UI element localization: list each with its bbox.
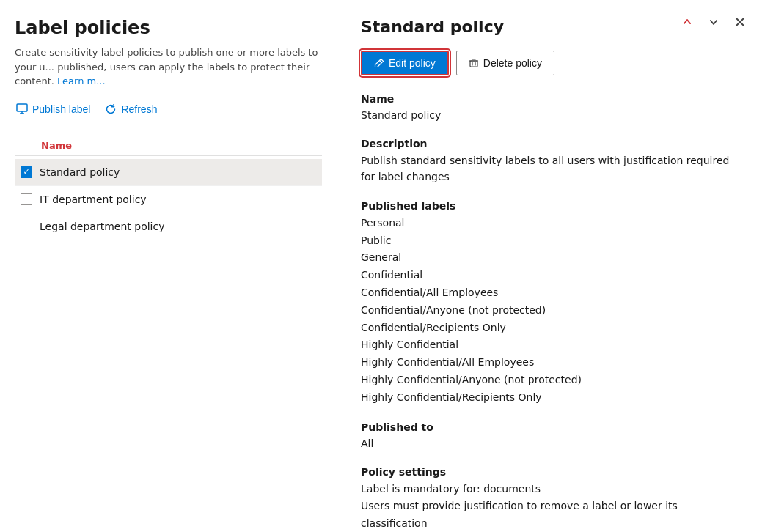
detail-published-to-label: Published to [361, 421, 739, 433]
refresh-icon [105, 103, 117, 115]
delete-button-label: Delete policy [483, 57, 542, 69]
refresh-button[interactable]: Refresh [103, 100, 158, 118]
policy-settings-list: Label is mandatory for: documents Users … [361, 481, 739, 532]
svg-line-5 [380, 61, 382, 63]
edit-icon [374, 58, 384, 68]
policy-item-standard[interactable]: Standard policy [15, 159, 322, 186]
list-item: Personal [361, 215, 739, 232]
detail-published-labels-section: Published labels Personal Public General… [361, 200, 739, 407]
checkbox-it[interactable] [21, 193, 32, 205]
navigate-down-button[interactable] [703, 12, 724, 32]
toolbar: Publish label Refresh [15, 100, 322, 124]
detail-published-to-section: Published to All [361, 421, 739, 451]
detail-published-labels-label: Published labels [361, 200, 739, 212]
list-item: Confidential/Recipients Only [361, 319, 739, 337]
page-title: Label policies [15, 18, 322, 38]
checkbox-legal[interactable] [21, 221, 32, 232]
delete-policy-button[interactable]: Delete policy [456, 51, 554, 75]
svg-rect-6 [470, 61, 477, 67]
policy-name-legal: Legal department policy [40, 221, 164, 232]
detail-description-label: Description [361, 138, 739, 149]
detail-published-to-value: All [361, 436, 739, 451]
policy-name-standard: Standard policy [40, 166, 120, 178]
list-item: Highly Confidential [361, 336, 739, 354]
monitor-icon [16, 103, 28, 115]
page-description: Create sensitivity label policies to pub… [15, 45, 322, 89]
detail-policy-settings-section: Policy settings Label is mandatory for: … [361, 466, 739, 532]
close-button[interactable] [730, 12, 750, 32]
arrow-up-icon [681, 16, 693, 28]
published-labels-list: Personal Public General Confidential Con… [361, 215, 739, 407]
list-item: Public [361, 232, 739, 250]
arrow-down-icon [708, 16, 719, 28]
navigate-up-button[interactable] [677, 12, 697, 32]
list-item: General [361, 249, 739, 267]
left-panel: Label policies Create sensitivity label … [0, 0, 337, 532]
list-item: Confidential/Anyone (not protected) [361, 302, 739, 319]
edit-policy-button[interactable]: Edit policy [361, 51, 449, 75]
detail-name-section: Name Standard policy [361, 93, 739, 123]
panel-controls [677, 12, 750, 32]
list-item: Label is mandatory for: documents [361, 481, 739, 498]
delete-icon [469, 58, 479, 68]
detail-description-section: Description Publish standard sensitivity… [361, 138, 739, 185]
list-item: Confidential/All Employees [361, 284, 739, 302]
svg-rect-0 [17, 104, 27, 111]
right-panel: Standard policy Edit policy Delete polic… [337, 0, 762, 532]
list-item: Confidential [361, 267, 739, 284]
close-icon [734, 16, 746, 28]
list-item: Users must provide justification to remo… [361, 498, 739, 532]
policy-list: Standard policy IT department policy Leg… [15, 159, 322, 240]
list-item: Highly Confidential/Recipients Only [361, 389, 739, 407]
policy-item-legal[interactable]: Legal department policy [15, 213, 322, 240]
detail-policy-settings-label: Policy settings [361, 466, 739, 478]
list-item: Highly Confidential/All Employees [361, 354, 739, 372]
publish-label-text: Publish label [32, 103, 90, 115]
refresh-text: Refresh [121, 103, 157, 115]
policy-item-it[interactable]: IT department policy [15, 186, 322, 213]
detail-name-value: Standard policy [361, 108, 739, 123]
column-header: Name [15, 136, 322, 156]
list-item: Highly Confidential/Anyone (not protecte… [361, 372, 739, 389]
detail-description-value: Publish standard sensitivity labels to a… [361, 152, 739, 185]
policy-name-it: IT department policy [40, 193, 147, 205]
edit-button-label: Edit policy [389, 57, 436, 69]
checkbox-standard[interactable] [21, 166, 32, 178]
detail-name-label: Name [361, 93, 739, 105]
learn-more-link[interactable]: Learn m... [57, 75, 106, 86]
publish-label-button[interactable]: Publish label [15, 100, 92, 118]
panel-title: Standard policy [361, 18, 665, 36]
action-buttons: Edit policy Delete policy [361, 51, 739, 75]
